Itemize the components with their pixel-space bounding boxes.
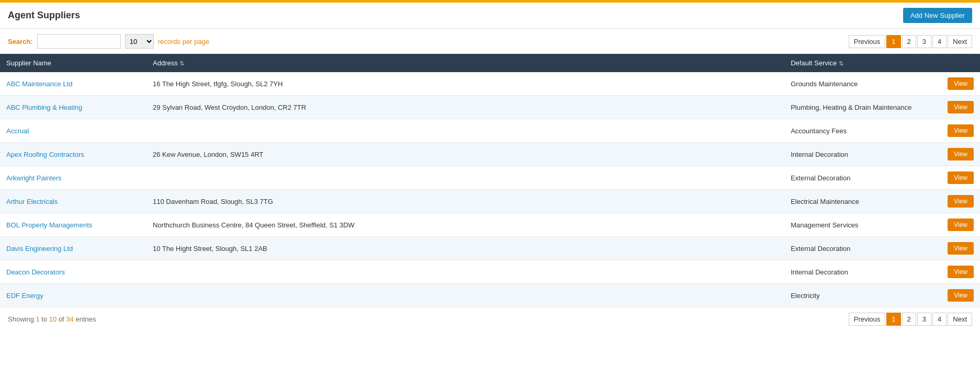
per-page-select[interactable]: 10 25 50 100 — [125, 34, 154, 49]
page-header: Agent Suppliers Add New Supplier — [0, 3, 980, 29]
supplier-name-link[interactable]: Davis Engineering Ltd — [6, 245, 73, 253]
supplier-name-cell: Apex Roofing Contractors — [0, 143, 147, 166]
col-header-name: Supplier Name — [0, 54, 147, 72]
showing-start: 1 — [36, 315, 39, 323]
supplier-name-link[interactable]: EDF Energy — [6, 292, 43, 300]
supplier-service-cell: Electricity — [784, 284, 941, 307]
table-row: Apex Roofing Contractors26 Kew Avenue, L… — [0, 143, 980, 166]
view-button[interactable]: View — [948, 101, 974, 113]
previous-button-top[interactable]: Previous — [849, 35, 886, 48]
supplier-address-cell: 10 The Hight Street, Slough, SL1 2AB — [147, 237, 784, 260]
search-input[interactable] — [37, 34, 121, 49]
suppliers-table: Supplier Name Address Default Service AB… — [0, 54, 980, 307]
supplier-name-cell: Davis Engineering Ltd — [0, 237, 147, 260]
search-label: Search: — [8, 38, 33, 45]
page-title: Agent Suppliers — [8, 10, 80, 21]
page-4-button-bottom[interactable]: 4 — [932, 313, 947, 326]
view-button[interactable]: View — [948, 124, 974, 137]
supplier-name-link[interactable]: Accrual — [6, 127, 29, 135]
table-row: EDF EnergyElectricityView — [0, 284, 980, 307]
supplier-name-link[interactable]: Arthur Electricals — [6, 198, 58, 205]
supplier-action-cell: View — [941, 284, 980, 307]
supplier-service-cell: Management Services — [784, 213, 941, 237]
page-2-button-top[interactable]: 2 — [902, 35, 916, 48]
supplier-address-cell — [147, 260, 784, 284]
table-row: Arkwright PaintersExternal DecorationVie… — [0, 166, 980, 190]
supplier-action-cell: View — [941, 96, 980, 119]
page-4-button-top[interactable]: 4 — [932, 35, 947, 48]
supplier-name-cell: Accrual — [0, 119, 147, 143]
table-row: Deacon DecoratorsInternal DecorationView — [0, 260, 980, 284]
table-row: AccrualAccountancy FeesView — [0, 119, 980, 143]
table-row: BOL Property ManagementsNorthchurch Busi… — [0, 213, 980, 237]
table-header-row: Supplier Name Address Default Service — [0, 54, 980, 72]
col-header-action — [941, 54, 980, 72]
view-button[interactable]: View — [948, 77, 974, 90]
supplier-name-cell: Arkwright Painters — [0, 166, 147, 190]
search-controls: Search: 10 25 50 100 records per page — [8, 34, 209, 49]
col-header-address[interactable]: Address — [147, 54, 784, 72]
footer-row: Showing 1 to 10 of 34 entries Previous 1… — [0, 307, 980, 331]
next-button-top[interactable]: Next — [948, 35, 972, 48]
view-button[interactable]: View — [948, 289, 974, 302]
table-row: ABC Maintenance Ltd16 The High Street, t… — [0, 72, 980, 96]
supplier-address-cell — [147, 284, 784, 307]
supplier-service-cell: Electrical Maintenance — [784, 190, 941, 213]
supplier-name-cell: ABC Maintenance Ltd — [0, 72, 147, 96]
supplier-action-cell: View — [941, 260, 980, 284]
view-button[interactable]: View — [948, 219, 974, 231]
page-3-button-bottom[interactable]: 3 — [917, 313, 931, 326]
supplier-address-cell: 16 The High Street, tfgfg, Slough, SL2 7… — [147, 72, 784, 96]
view-button[interactable]: View — [948, 195, 974, 208]
supplier-name-link[interactable]: Apex Roofing Contractors — [6, 151, 84, 158]
page-1-button-bottom[interactable]: 1 — [886, 313, 900, 326]
supplier-service-cell: External Decoration — [784, 166, 941, 190]
page-2-button-bottom[interactable]: 2 — [902, 313, 916, 326]
supplier-name-cell: Deacon Decorators — [0, 260, 147, 284]
supplier-service-cell: Plumbing, Heating & Drain Maintenance — [784, 96, 941, 119]
supplier-service-cell: External Decoration — [784, 237, 941, 260]
supplier-action-cell: View — [941, 237, 980, 260]
supplier-service-cell: Accountancy Fees — [784, 119, 941, 143]
supplier-address-cell: 110 Davenham Road, Slough, SL3 7TG — [147, 190, 784, 213]
supplier-action-cell: View — [941, 72, 980, 96]
supplier-address-cell: 26 Kew Avenue, London, SW15 4RT — [147, 143, 784, 166]
page-3-button-top[interactable]: 3 — [917, 35, 931, 48]
supplier-address-cell — [147, 119, 784, 143]
supplier-address-cell — [147, 166, 784, 190]
table-row: Arthur Electricals110 Davenham Road, Slo… — [0, 190, 980, 213]
previous-button-bottom[interactable]: Previous — [849, 313, 886, 326]
supplier-service-cell: Grounds Maintenance — [784, 72, 941, 96]
table-row: ABC Plumbing & Heating29 Sylvan Road, We… — [0, 96, 980, 119]
view-button[interactable]: View — [948, 171, 974, 184]
supplier-service-cell: Internal Decoration — [784, 260, 941, 284]
records-per-page-label: records per page — [158, 38, 209, 45]
supplier-action-cell: View — [941, 213, 980, 237]
showing-total: 34 — [66, 315, 73, 323]
supplier-name-cell: Arthur Electricals — [0, 190, 147, 213]
supplier-address-cell: 29 Sylvan Road, West Croydon, London, CR… — [147, 96, 784, 119]
view-button[interactable]: View — [948, 242, 974, 255]
supplier-name-link[interactable]: BOL Property Managements — [6, 221, 92, 229]
supplier-name-link[interactable]: Deacon Decorators — [6, 268, 65, 276]
add-new-supplier-button[interactable]: Add New Supplier — [903, 8, 972, 23]
showing-text: Showing 1 to 10 of 34 entries — [8, 315, 96, 323]
supplier-address-cell: Northchurch Business Centre, 84 Queen St… — [147, 213, 784, 237]
next-button-bottom[interactable]: Next — [948, 313, 972, 326]
table-row: Davis Engineering Ltd10 The Hight Street… — [0, 237, 980, 260]
supplier-service-cell: Internal Decoration — [784, 143, 941, 166]
page-1-button-top[interactable]: 1 — [886, 35, 900, 48]
pagination-bottom: Previous 1 2 3 4 Next — [849, 313, 972, 326]
supplier-name-link[interactable]: ABC Maintenance Ltd — [6, 80, 72, 88]
supplier-action-cell: View — [941, 190, 980, 213]
supplier-name-cell: EDF Energy — [0, 284, 147, 307]
pagination-top: Previous 1 2 3 4 Next — [849, 35, 972, 48]
supplier-name-link[interactable]: ABC Plumbing & Heating — [6, 104, 82, 111]
supplier-action-cell: View — [941, 166, 980, 190]
supplier-name-link[interactable]: Arkwright Painters — [6, 174, 61, 182]
view-button[interactable]: View — [948, 266, 974, 278]
showing-end: 10 — [49, 315, 57, 323]
col-header-service[interactable]: Default Service — [784, 54, 941, 72]
view-button[interactable]: View — [948, 148, 974, 160]
supplier-name-cell: BOL Property Managements — [0, 213, 147, 237]
